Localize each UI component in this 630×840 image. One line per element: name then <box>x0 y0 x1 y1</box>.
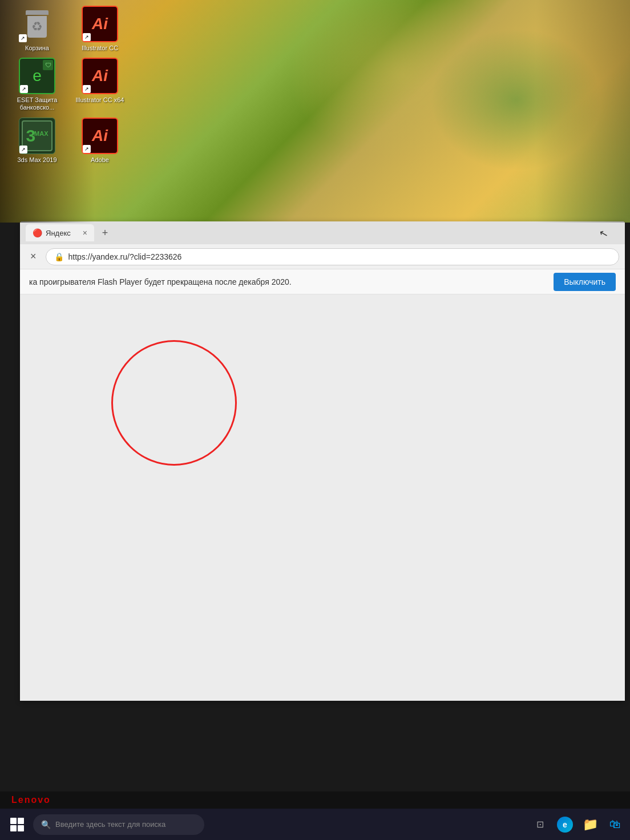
task-view-icon: ⊡ <box>536 819 544 830</box>
shortcut-arrow-ai1: ↗ <box>83 33 91 41</box>
recycle-bin-icon: ♻ ↗ <box>19 6 55 42</box>
recycle-bin-label: Корзина <box>25 45 49 52</box>
lenovo-text: Lenovo <box>11 795 51 805</box>
desktop-icon-adobe[interactable]: Ai ↗ Adobe <box>74 118 126 164</box>
edge-browser-taskbar[interactable]: e <box>555 814 575 835</box>
flash-notification-bar: ка проигрывателя Flash Player будет прек… <box>20 269 625 294</box>
illustrator-cc-1-label: Illustrator CC <box>82 45 118 52</box>
lock-icon: 🔒 <box>54 252 64 261</box>
shortcut-arrow-adobe: ↗ <box>83 145 91 153</box>
new-tab-button[interactable]: + <box>97 225 113 241</box>
search-placeholder-text: Введите здесь текст для поиска <box>55 820 165 829</box>
browser-tab-active[interactable]: 🔴 Яндекс × <box>26 224 94 241</box>
shortcut-arrow-3ds: ↗ <box>19 146 27 154</box>
store-taskbar[interactable]: 🛍 <box>605 814 625 835</box>
ai-text-1: Ai <box>92 15 108 33</box>
address-bar[interactable]: 🔒 https://yandex.ru/?clid=2233626 <box>46 248 619 265</box>
red-circle-annotation <box>111 340 237 466</box>
illustrator-icon-1: Ai ↗ <box>82 6 118 42</box>
disable-flash-button[interactable]: Выключить <box>554 273 616 291</box>
shortcut-arrow-eset: ↗ <box>20 85 28 93</box>
shortcut-arrow: ↗ <box>19 34 27 42</box>
3ds-max-label: 3ds Max 2019 <box>17 156 56 164</box>
taskbar-search[interactable]: 🔍 Введите здесь текст для поиска <box>33 814 204 835</box>
adobe-ai-text: Ai <box>92 127 108 145</box>
edge-icon: e <box>557 817 573 833</box>
desktop-icon-recycle-bin[interactable]: ♻ ↗ Корзина <box>11 6 63 52</box>
browser-window: 🔴 Яндекс × + × 🔒 https://yandex.ru/?clid… <box>20 221 625 701</box>
search-icon: 🔍 <box>41 820 51 829</box>
browser-content <box>20 294 625 701</box>
tab-favicon: 🔴 <box>33 228 42 237</box>
edge-letter: e <box>563 820 567 829</box>
taskbar-right-icons: ⊡ e 📁 🛍 <box>530 814 625 835</box>
folder-icon: 📁 <box>583 817 598 832</box>
desktop-icon-illustrator-cc-x64[interactable]: Ai ↗ Illustrator CC x64 <box>74 58 126 111</box>
tab-close-button[interactable]: × <box>83 228 87 237</box>
ai-text-x64: Ai <box>92 67 108 85</box>
windows-start-button[interactable] <box>5 812 30 837</box>
flash-bar-right: Выключить ↖ <box>554 273 616 291</box>
desktop-icons-area: ♻ ↗ Корзина Ai ↗ Illustrator CC e <box>0 0 200 223</box>
eset-symbol: e <box>33 67 42 85</box>
file-explorer-taskbar[interactable]: 📁 <box>580 814 600 835</box>
windows-icon <box>10 818 24 831</box>
store-icon: 🛍 <box>609 818 621 831</box>
shortcut-arrow-ai-x64: ↗ <box>83 85 91 93</box>
3ds-max-icon: 3 MAX ↗ <box>19 118 55 154</box>
tab-bar: 🔴 Яндекс × + <box>20 221 625 244</box>
flash-text: ка проигрывателя Flash Player будет прек… <box>29 277 292 286</box>
flash-message: ка проигрывателя Flash Player будет прек… <box>29 277 292 286</box>
address-bar-row: × 🔒 https://yandex.ru/?clid=2233626 <box>20 244 625 269</box>
illustrator-icon-x64: Ai ↗ <box>82 58 118 94</box>
nav-close-button[interactable]: × <box>26 248 41 265</box>
lenovo-branding-bar: Lenovo <box>0 791 630 809</box>
illustrator-cc-x64-label: Illustrator CC x64 <box>76 96 124 104</box>
url-text: https://yandex.ru/?clid=2233626 <box>68 252 182 261</box>
desktop-icon-3ds-max[interactable]: 3 MAX ↗ 3ds Max 2019 <box>11 118 63 164</box>
adobe-label: Adobe <box>91 156 109 164</box>
task-view-button[interactable]: ⊡ <box>530 814 550 835</box>
desktop: ♻ ↗ Корзина Ai ↗ Illustrator CC e <box>0 0 630 223</box>
desktop-icon-illustrator-cc-1[interactable]: Ai ↗ Illustrator CC <box>74 6 126 52</box>
tab-title: Яндекс <box>46 229 71 237</box>
eset-label: ESET Защита банковско... <box>11 96 63 111</box>
adobe-icon: Ai ↗ <box>82 118 118 154</box>
taskbar: 🔍 Введите здесь текст для поиска ⊡ e 📁 🛍 <box>0 809 630 840</box>
eset-icon: e 🛡 ↗ <box>19 58 55 94</box>
desktop-icon-eset[interactable]: e 🛡 ↗ ESET Защита банковско... <box>11 58 63 111</box>
